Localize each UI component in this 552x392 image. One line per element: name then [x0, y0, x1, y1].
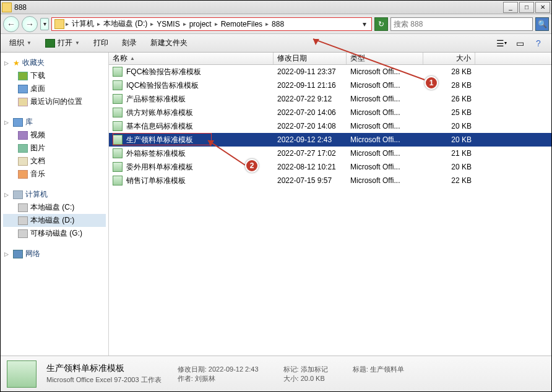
- navbar: ← → ▾ ▸ 计算机▸ 本地磁盘 (D:)▸ YSMIS▸ project▸ …: [1, 14, 551, 34]
- excel-file-icon: [113, 94, 123, 104]
- sidebar-drive-c[interactable]: 本地磁盘 (C:): [3, 201, 106, 214]
- file-list-pane: 名称▲ 修改日期 类型 大小 FQC检验报告标准模板2022-09-11 23:…: [109, 53, 551, 356]
- file-name: 委外用料单标准模板: [126, 162, 193, 173]
- sidebar-libraries[interactable]: ▷库: [3, 116, 106, 129]
- sidebar-favorites[interactable]: ▷★收藏夹: [3, 56, 106, 69]
- sidebar-music[interactable]: 音乐: [3, 168, 106, 181]
- file-date: 2022-09-12 2:43: [274, 135, 347, 144]
- sidebar-network[interactable]: ▷网络: [3, 247, 106, 260]
- refresh-button[interactable]: ↻: [374, 17, 388, 31]
- address-bar[interactable]: ▸ 计算机▸ 本地磁盘 (D:)▸ YSMIS▸ project▸ Remote…: [51, 17, 372, 31]
- open-menu[interactable]: 打开▼: [43, 36, 82, 49]
- file-row[interactable]: 外箱标签标准模板2022-07-27 17:02Microsoft Offi..…: [109, 147, 551, 160]
- file-date: 2022-07-15 9:57: [274, 176, 347, 185]
- file-date: 2022-07-22 9:12: [274, 95, 347, 103]
- file-type: Microsoft Offi...: [347, 135, 423, 144]
- details-pane: 生产领料单标准模板 Microsoft Office Excel 97-2003…: [1, 356, 551, 391]
- details-doc-title[interactable]: 生产领料单: [370, 365, 404, 373]
- crumb-4[interactable]: RemoteFiles: [219, 20, 264, 28]
- close-button[interactable]: ✕: [535, 2, 550, 13]
- file-row[interactable]: 产品标签标准模板2022-07-22 9:12Microsoft Offi...…: [109, 92, 551, 106]
- file-rows[interactable]: FQC检验报告标准模板2022-09-11 23:37Microsoft Off…: [109, 65, 551, 356]
- forward-button[interactable]: →: [22, 16, 38, 32]
- excel-file-icon: [113, 80, 123, 90]
- view-menu[interactable]: ☰▾: [494, 37, 508, 49]
- picture-icon: [18, 144, 28, 153]
- details-author[interactable]: 刘振林: [195, 375, 215, 382]
- music-icon: [18, 170, 28, 179]
- sidebar-computer[interactable]: ▷计算机: [3, 188, 106, 201]
- file-size: 20 KB: [423, 163, 475, 171]
- file-name: IQC检验报告标准模板: [126, 80, 199, 91]
- col-date[interactable]: 修改日期: [274, 53, 347, 64]
- print-button[interactable]: 打印: [91, 36, 111, 49]
- video-icon: [18, 131, 28, 140]
- col-name[interactable]: 名称▲: [109, 53, 274, 64]
- file-size: 20 KB: [423, 122, 475, 130]
- excel-file-icon: [113, 67, 123, 77]
- crumb-1[interactable]: 本地磁盘 (D:): [101, 19, 149, 29]
- file-row[interactable]: 委外用料单标准模板2022-08-12 10:21Microsoft Offi.…: [109, 160, 551, 174]
- excel-file-icon: [113, 135, 123, 145]
- history-dropdown[interactable]: ▾: [40, 18, 49, 30]
- minimize-button[interactable]: _: [503, 2, 518, 13]
- crumb-0[interactable]: 计算机: [70, 19, 96, 29]
- maximize-button[interactable]: □: [519, 2, 534, 13]
- search-button[interactable]: 🔍: [535, 17, 549, 31]
- help-button[interactable]: ?: [532, 37, 545, 49]
- file-date: 2022-07-20 14:06: [274, 108, 347, 117]
- file-row[interactable]: 销售订单标准模板2022-07-15 9:57Microsoft Offi...…: [109, 174, 551, 187]
- titlebar: 888 _ □ ✕: [1, 1, 551, 14]
- crumb-2[interactable]: YSMIS: [155, 20, 181, 28]
- details-title: 生产领料单标准模板: [46, 363, 162, 374]
- file-size: 22 KB: [423, 176, 475, 185]
- drive-icon: [18, 203, 28, 212]
- file-size: 28 KB: [423, 67, 475, 76]
- file-row[interactable]: 供方对账单标准模板2022-07-20 14:06Microsoft Offi.…: [109, 106, 551, 119]
- file-type: Microsoft Offi...: [347, 149, 423, 158]
- crumb-5[interactable]: 888: [270, 20, 286, 28]
- details-tags[interactable]: 添加标记: [301, 365, 328, 373]
- file-row[interactable]: IQC检验报告标准模板2022-09-11 21:16Microsoft Off…: [109, 79, 551, 92]
- sidebar: ▷★收藏夹 下载 桌面 最近访问的位置 ▷库 视频 图片 文档 音乐 ▷计算机 …: [1, 53, 109, 356]
- burn-button[interactable]: 刻录: [119, 36, 139, 49]
- drive-icon: [18, 216, 28, 225]
- organize-menu[interactable]: 组织▼: [7, 36, 34, 49]
- excel-file-icon: [113, 176, 123, 185]
- crumb-3[interactable]: project: [188, 20, 213, 28]
- sidebar-documents[interactable]: 文档: [3, 155, 106, 168]
- toolbar: 组织▼ 打开▼ 打印 刻录 新建文件夹 ☰▾ ▭ ?: [1, 34, 551, 53]
- search-box[interactable]: [390, 17, 533, 31]
- file-date: 2022-07-27 17:02: [274, 149, 347, 158]
- download-icon: [18, 72, 28, 80]
- file-row[interactable]: 基本信息码标准模板2022-07-20 14:08Microsoft Offi.…: [109, 119, 551, 133]
- preview-pane-button[interactable]: ▭: [513, 37, 527, 49]
- sidebar-videos[interactable]: 视频: [3, 129, 106, 142]
- file-size: 21 KB: [423, 149, 475, 158]
- newfolder-button[interactable]: 新建文件夹: [148, 36, 190, 49]
- file-name: 产品标签标准模板: [126, 94, 186, 104]
- sidebar-pictures[interactable]: 图片: [3, 142, 106, 155]
- details-file-icon: [7, 360, 37, 388]
- col-type[interactable]: 类型: [347, 53, 423, 64]
- back-button[interactable]: ←: [3, 16, 19, 32]
- file-row[interactable]: 生产领料单标准模板2022-09-12 2:43Microsoft Offi..…: [109, 133, 551, 147]
- sidebar-drive-d[interactable]: 本地磁盘 (D:): [3, 214, 106, 227]
- address-dropdown[interactable]: ▾: [360, 20, 369, 28]
- column-headers: 名称▲ 修改日期 类型 大小: [109, 53, 551, 65]
- col-size[interactable]: 大小: [423, 53, 475, 64]
- sidebar-desktop[interactable]: 桌面: [3, 82, 106, 95]
- excel-file-icon: [113, 148, 123, 158]
- star-icon: ★: [13, 59, 20, 67]
- sidebar-recent[interactable]: 最近访问的位置: [3, 95, 106, 108]
- file-name: 外箱标签标准模板: [126, 148, 186, 159]
- sidebar-downloads[interactable]: 下载: [3, 69, 106, 82]
- file-date: 2022-08-12 10:21: [274, 163, 347, 171]
- file-row[interactable]: FQC检验报告标准模板2022-09-11 23:37Microsoft Off…: [109, 65, 551, 79]
- sidebar-drive-g[interactable]: 可移动磁盘 (G:): [3, 227, 106, 240]
- file-type: Microsoft Offi...: [347, 176, 423, 185]
- recent-icon: [18, 98, 28, 106]
- library-icon: [13, 118, 23, 127]
- details-subtype: Microsoft Office Excel 97-2003 工作表: [46, 375, 162, 385]
- search-input[interactable]: [394, 20, 530, 28]
